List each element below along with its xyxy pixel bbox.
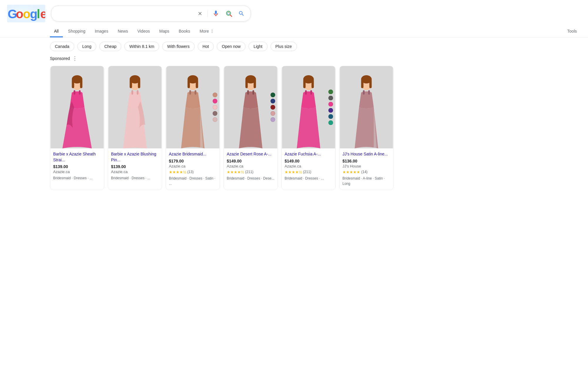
color-swatch[interactable] [271,99,275,103]
product-tags: Bridesmaid · Dresses · ... [111,175,159,181]
svg-rect-56 [369,79,372,88]
product-price: $149.00 [227,159,275,163]
svg-rect-30 [137,90,139,95]
color-swatch[interactable] [213,105,217,110]
filter-chip-flowers[interactable]: With flowers [162,42,194,51]
product-card[interactable]: Azazie Bridesmaid... $179.00 Azazie.ca ★… [166,66,220,190]
product-title[interactable]: Azazie Desert Rose A-... [227,151,275,157]
dress-illustration [166,66,220,148]
filter-chip-open[interactable]: Open now [217,42,246,51]
product-card[interactable]: Azazie Fuchsia A-... $149.00 Azazie.ca ★… [281,66,336,190]
color-swatch[interactable] [271,105,275,110]
review-count: (13) [187,170,194,174]
product-store: Azazie.ca [53,170,101,174]
product-store: Azazie.ca [285,164,332,168]
filter-chip-plus-size[interactable]: Plus size [271,42,297,51]
search-input[interactable]: pink bridesmaid dresses [56,11,193,17]
sponsored-header: Sponsored ⋮ [50,55,581,62]
svg-text:e: e [40,7,45,21]
svg-line-15 [230,15,232,17]
product-image [340,66,393,148]
color-swatches [328,90,333,125]
product-store: Azazie.ca [227,164,275,168]
lens-search-button[interactable] [224,9,233,18]
product-tags: Bridesmaid · A-line · Satin · Long [342,176,390,186]
svg-text:o: o [23,7,31,21]
color-swatch[interactable] [328,114,333,119]
dress-illustration [50,66,104,148]
dress-illustration [282,66,335,148]
color-swatch[interactable] [213,93,217,97]
tab-more[interactable]: More ⋮ [195,26,219,37]
clear-button[interactable] [196,10,204,17]
color-swatch[interactable] [213,117,217,122]
product-card[interactable]: Azazie Desert Rose A-... $149.00 Azazie.… [224,66,278,190]
svg-point-16 [228,12,229,13]
svg-rect-36 [189,90,191,95]
tab-news[interactable]: News [114,26,132,37]
divider [207,10,208,17]
tools-button[interactable]: Tools [563,26,581,37]
tab-all[interactable]: All [50,26,63,37]
lens-icon [225,10,232,17]
svg-rect-35 [196,79,198,88]
svg-rect-34 [188,79,190,88]
review-count: (14) [361,170,367,174]
svg-rect-58 [368,90,370,95]
product-title[interactable]: Azazie Fuchsia A-... [285,151,332,157]
color-swatch[interactable] [328,108,333,113]
product-price: $179.00 [169,159,217,163]
tab-videos[interactable]: Videos [133,26,154,37]
product-image [224,66,278,148]
svg-rect-20 [72,79,74,88]
stars-display: ★★★★½ [169,170,186,174]
filter-chip-cheap[interactable]: Cheap [99,42,121,51]
dress-illustration [340,66,393,148]
svg-rect-42 [254,79,256,88]
product-tags: Bridesmaid · Dresses · Satin · ... [169,176,217,186]
filter-chip-hot[interactable]: Hot [198,42,214,51]
svg-rect-48 [303,79,306,88]
tab-shopping[interactable]: Shopping [64,26,90,37]
product-title[interactable]: Azazie Bridesmaid... [169,151,217,157]
color-swatch[interactable] [328,96,333,100]
rating-row: ★★★★½ (211) [285,170,332,174]
more-dots-icon: ⋮ [210,29,214,33]
color-swatch[interactable] [271,93,275,97]
google-logo[interactable]: G o o g l e [7,5,45,22]
filter-chip-light[interactable]: Light [248,42,267,51]
svg-rect-50 [305,90,307,95]
color-swatch[interactable] [328,120,333,125]
search-button[interactable] [237,9,246,18]
color-swatch[interactable] [271,117,275,122]
tab-images[interactable]: Images [91,26,112,37]
filter-chip-within[interactable]: Within 8.1 km [124,42,159,51]
product-tags: Bridesmaid · Dresses · ... [53,175,101,181]
color-swatch[interactable] [213,111,217,116]
product-image [282,66,335,148]
filter-chip-canada[interactable]: Canada [50,42,74,51]
product-info: JJ's House Satin A-line... $136.00 JJ's … [340,148,393,190]
product-title[interactable]: JJ's House Satin A-line... [342,151,390,157]
product-store: Azazie.ca [111,170,159,174]
svg-rect-49 [312,79,314,88]
product-card[interactable]: Barbie x Azazie Blushing Pin... $139.00 … [108,66,162,190]
mic-icon [212,10,219,17]
product-card[interactable]: Barbie x Azazie Sheath Strai... $139.00 … [50,66,104,190]
stars-display: ★★★★½ [285,170,302,174]
color-swatch[interactable] [213,99,217,103]
dress-illustration [108,66,162,148]
tab-maps[interactable]: Maps [155,26,173,37]
color-swatch[interactable] [328,90,333,94]
color-swatch[interactable] [328,102,333,107]
voice-search-button[interactable] [211,9,221,18]
tab-books[interactable]: Books [174,26,194,37]
sponsored-more-button[interactable]: ⋮ [72,55,78,62]
color-swatch[interactable] [271,111,275,116]
nav-tabs: All Shopping Images News Videos Maps Boo… [0,22,588,38]
product-card[interactable]: JJ's House Satin A-line... $136.00 JJ's … [339,66,394,190]
filter-chip-long[interactable]: Long [77,42,96,51]
product-title[interactable]: Barbie x Azazie Blushing Pin... [111,151,159,163]
rating-row: ★★★★★ (14) [342,170,390,174]
product-title[interactable]: Barbie x Azazie Sheath Strai... [53,151,101,163]
